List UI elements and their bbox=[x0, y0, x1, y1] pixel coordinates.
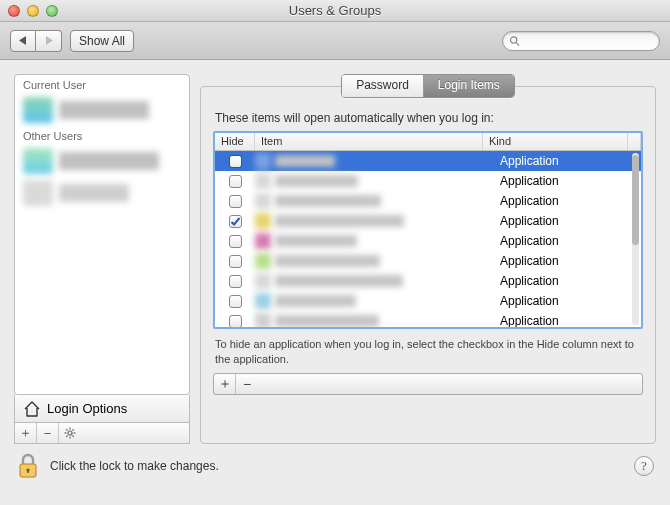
hide-checkbox[interactable] bbox=[229, 295, 242, 308]
hide-checkbox[interactable] bbox=[229, 235, 242, 248]
sidebar-action-bar: ＋ − bbox=[14, 423, 190, 444]
zoom-window-button[interactable] bbox=[46, 5, 58, 17]
other-user-row[interactable] bbox=[15, 177, 189, 209]
hide-checkbox[interactable] bbox=[229, 215, 242, 228]
show-all-button[interactable]: Show All bbox=[70, 30, 134, 52]
footer: Click the lock to make changes. ? bbox=[0, 450, 670, 490]
other-user-row[interactable] bbox=[15, 145, 189, 177]
table-row[interactable]: Application bbox=[215, 231, 641, 251]
app-icon bbox=[255, 153, 271, 169]
item-name-redacted bbox=[275, 315, 379, 327]
scrollbar-thumb[interactable] bbox=[632, 155, 639, 245]
remove-login-item-button[interactable]: − bbox=[236, 374, 258, 394]
item-kind: Application bbox=[496, 214, 641, 228]
hide-checkbox[interactable] bbox=[229, 155, 242, 168]
login-items-instruction: These items will open automatically when… bbox=[215, 111, 643, 125]
triangle-right-icon bbox=[44, 36, 53, 45]
item-name-redacted bbox=[275, 295, 356, 307]
app-icon bbox=[255, 313, 271, 327]
app-icon bbox=[255, 293, 271, 309]
item-kind: Application bbox=[496, 314, 641, 327]
add-user-button[interactable]: ＋ bbox=[15, 423, 37, 443]
item-name-redacted bbox=[275, 175, 358, 187]
item-name-redacted bbox=[275, 235, 357, 247]
gear-icon bbox=[64, 427, 76, 439]
current-user-row[interactable] bbox=[15, 94, 189, 126]
triangle-left-icon bbox=[19, 36, 27, 45]
close-window-button[interactable] bbox=[8, 5, 20, 17]
nav-back-forward bbox=[10, 30, 62, 52]
svg-line-9 bbox=[66, 429, 67, 430]
users-sidebar: Current User Other Users Login Options ＋… bbox=[14, 74, 190, 444]
titlebar: Users & Groups bbox=[0, 0, 670, 22]
login-options-row[interactable]: Login Options bbox=[14, 395, 190, 423]
app-icon bbox=[255, 193, 271, 209]
table-row[interactable]: Application bbox=[215, 151, 641, 171]
search-field-wrap[interactable] bbox=[502, 31, 660, 51]
hide-checkbox[interactable] bbox=[229, 195, 242, 208]
table-row[interactable]: Application bbox=[215, 291, 641, 311]
lock-text: Click the lock to make changes. bbox=[50, 459, 219, 473]
column-header-spacer bbox=[628, 133, 641, 150]
app-icon bbox=[255, 273, 271, 289]
table-row[interactable]: Application bbox=[215, 271, 641, 291]
svg-point-4 bbox=[68, 431, 72, 435]
lock-icon[interactable] bbox=[16, 452, 40, 480]
user-avatar-icon bbox=[23, 97, 53, 123]
item-kind: Application bbox=[496, 154, 641, 168]
svg-line-10 bbox=[72, 435, 73, 436]
table-row[interactable]: Application bbox=[215, 311, 641, 327]
login-items-hint: To hide an application when you log in, … bbox=[215, 337, 641, 367]
user-avatar-icon bbox=[23, 180, 53, 206]
column-header-hide[interactable]: Hide bbox=[215, 133, 255, 150]
forward-button[interactable] bbox=[36, 30, 62, 52]
svg-line-12 bbox=[66, 435, 67, 436]
app-icon bbox=[255, 173, 271, 189]
table-row[interactable]: Application bbox=[215, 211, 641, 231]
login-items-table: Hide Item Kind ApplicationApplicationApp… bbox=[213, 131, 643, 329]
table-row[interactable]: Application bbox=[215, 191, 641, 211]
window-controls bbox=[8, 5, 58, 17]
item-kind: Application bbox=[496, 274, 641, 288]
item-kind: Application bbox=[496, 174, 641, 188]
column-header-item[interactable]: Item bbox=[255, 133, 483, 150]
sidebar-action-menu-button[interactable] bbox=[59, 423, 81, 443]
content-area: Current User Other Users Login Options ＋… bbox=[0, 60, 670, 450]
item-name-redacted bbox=[275, 275, 403, 287]
tab-login-items[interactable]: Login Items bbox=[424, 75, 514, 97]
item-kind: Application bbox=[496, 294, 641, 308]
hide-checkbox[interactable] bbox=[229, 275, 242, 288]
item-kind: Application bbox=[496, 194, 641, 208]
svg-marker-1 bbox=[46, 36, 53, 45]
svg-marker-0 bbox=[19, 36, 26, 45]
user-avatar-icon bbox=[23, 148, 53, 174]
tab-password[interactable]: Password bbox=[342, 75, 424, 97]
login-items-add-remove: ＋ − bbox=[213, 373, 643, 395]
column-header-kind[interactable]: Kind bbox=[483, 133, 628, 150]
remove-user-button[interactable]: − bbox=[37, 423, 59, 443]
user-name-redacted bbox=[59, 101, 149, 119]
tab-bar: Password Login Items bbox=[200, 74, 656, 98]
sidebar-heading-current-user: Current User bbox=[15, 75, 189, 94]
table-row[interactable]: Application bbox=[215, 251, 641, 271]
login-items-pane: These items will open automatically when… bbox=[200, 86, 656, 444]
login-options-label: Login Options bbox=[47, 401, 127, 416]
search-icon bbox=[509, 35, 520, 47]
hide-checkbox[interactable] bbox=[229, 255, 242, 268]
hide-checkbox[interactable] bbox=[229, 175, 242, 188]
app-icon bbox=[255, 253, 271, 269]
svg-line-3 bbox=[516, 42, 519, 45]
users-list: Current User Other Users bbox=[14, 74, 190, 395]
add-login-item-button[interactable]: ＋ bbox=[214, 374, 236, 394]
minimize-window-button[interactable] bbox=[27, 5, 39, 17]
item-name-redacted bbox=[275, 155, 335, 167]
help-button[interactable]: ? bbox=[634, 456, 654, 476]
item-name-redacted bbox=[275, 215, 404, 227]
svg-point-2 bbox=[510, 36, 516, 42]
user-name-redacted bbox=[59, 152, 159, 170]
back-button[interactable] bbox=[10, 30, 36, 52]
search-input[interactable] bbox=[520, 34, 653, 48]
table-row[interactable]: Application bbox=[215, 171, 641, 191]
app-icon bbox=[255, 213, 271, 229]
hide-checkbox[interactable] bbox=[229, 315, 242, 328]
